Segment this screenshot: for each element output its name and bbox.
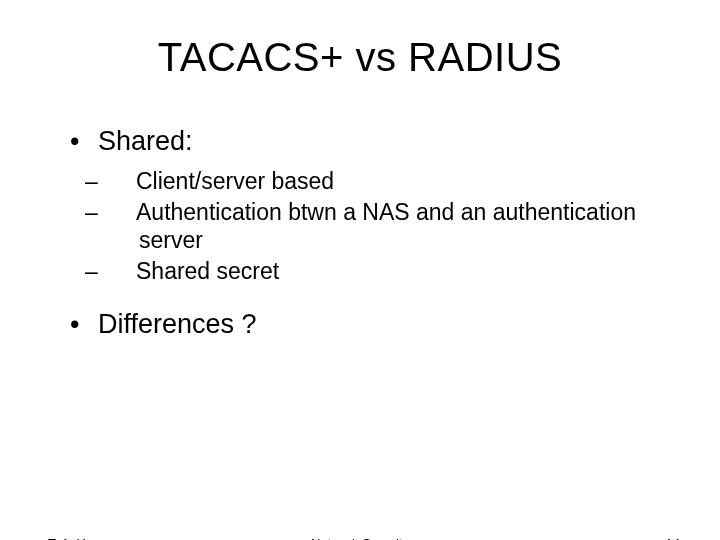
dash-marker: – — [112, 198, 136, 227]
page-number: 14 — [666, 536, 680, 540]
dash-marker: – — [112, 257, 136, 286]
slide: TACACS+ vs RADIUS •Shared: –Client/serve… — [0, 35, 720, 540]
sub-label: Authentication btwn a NAS and an authent… — [136, 199, 636, 254]
bullet-label: Shared: — [98, 126, 193, 156]
dash-marker: – — [112, 167, 136, 196]
bullet-marker: • — [70, 308, 98, 342]
sub-item: –Shared secret — [112, 257, 660, 286]
bullet-label: Differences ? — [98, 309, 257, 339]
bullet-item: •Differences ? — [70, 308, 660, 342]
sub-label: Client/server based — [136, 168, 334, 194]
bullet-item: •Shared: — [70, 125, 660, 159]
bullet-marker: • — [70, 125, 98, 159]
sub-list: –Client/server based –Authentication btw… — [70, 167, 660, 286]
sub-item: –Client/server based — [112, 167, 660, 196]
slide-body: •Shared: –Client/server based –Authentic… — [0, 125, 720, 342]
sub-item: –Authentication btwn a NAS and an authen… — [112, 198, 660, 256]
slide-title: TACACS+ vs RADIUS — [0, 35, 720, 80]
sub-label: Shared secret — [136, 258, 279, 284]
footer-title: Network Security — [0, 536, 720, 540]
